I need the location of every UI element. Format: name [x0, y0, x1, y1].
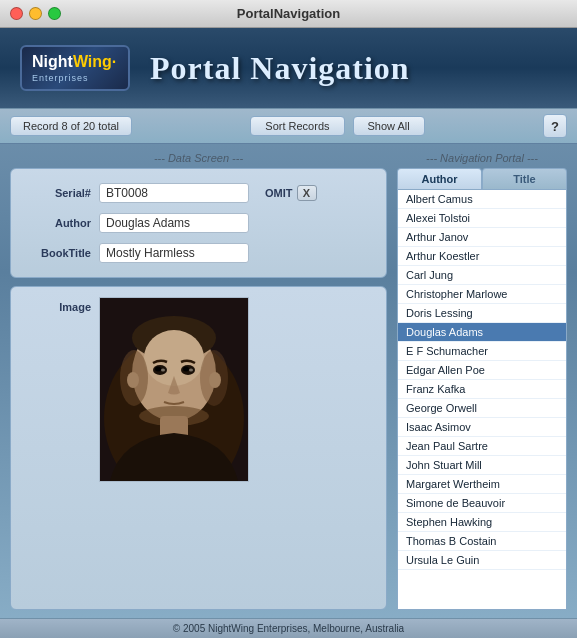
list-item[interactable]: Margaret Wertheim: [398, 475, 566, 494]
data-screen: --- Data Screen --- Serial# OMIT X Autho…: [10, 152, 387, 610]
portrait-image: [100, 298, 248, 481]
toolbar: Record 8 of 20 total Sort Records Show A…: [0, 108, 577, 144]
content-area: --- Data Screen --- Serial# OMIT X Autho…: [0, 144, 577, 618]
svg-point-7: [155, 367, 161, 372]
tab-author[interactable]: Author: [397, 168, 482, 189]
omit-button[interactable]: X: [297, 185, 317, 201]
svg-point-9: [161, 369, 165, 372]
image-section: Image: [10, 286, 387, 610]
author-list: Albert CamusAlexei TolstoiArthur JanovAr…: [398, 190, 566, 570]
nav-portal-label: --- Navigation Portal ---: [397, 152, 567, 164]
booktitle-row: BookTitle: [23, 243, 374, 263]
svg-point-10: [189, 369, 193, 372]
nav-tabs: Author Title: [397, 168, 567, 190]
list-item[interactable]: Isaac Asimov: [398, 418, 566, 437]
image-frame: [99, 297, 249, 482]
svg-point-8: [183, 367, 189, 372]
footer-text: © 2005 NightWing Enterprises, Melbourne,…: [173, 623, 404, 634]
list-item[interactable]: Alexei Tolstoi: [398, 209, 566, 228]
list-item[interactable]: Carl Jung: [398, 266, 566, 285]
serial-label: Serial#: [23, 187, 91, 199]
list-item[interactable]: Jean Paul Sartre: [398, 437, 566, 456]
serial-row: Serial# OMIT X: [23, 183, 374, 203]
list-item[interactable]: George Orwell: [398, 399, 566, 418]
svg-point-15: [127, 372, 139, 388]
author-input[interactable]: [99, 213, 249, 233]
help-button[interactable]: ?: [543, 114, 567, 138]
logo-dot: ·: [112, 53, 116, 71]
minimize-button[interactable]: [29, 7, 42, 20]
author-row: Author: [23, 213, 374, 233]
logo-wing: Wing: [73, 53, 112, 71]
data-screen-label: --- Data Screen ---: [10, 152, 387, 164]
app-title: Portal Navigation: [150, 50, 410, 87]
image-label: Image: [23, 297, 91, 313]
list-item[interactable]: Douglas Adams: [398, 323, 566, 342]
footer: © 2005 NightWing Enterprises, Melbourne,…: [0, 618, 577, 638]
show-all-button[interactable]: Show All: [353, 116, 425, 136]
window-title: PortalNavigation: [237, 6, 340, 21]
list-item[interactable]: Ursula Le Guin: [398, 551, 566, 570]
list-item[interactable]: Albert Camus: [398, 190, 566, 209]
list-item[interactable]: Christopher Marlowe: [398, 285, 566, 304]
list-item[interactable]: Arthur Janov: [398, 228, 566, 247]
logo-enterprises: Enterprises: [32, 73, 89, 83]
record-counter: Record 8 of 20 total: [10, 116, 132, 136]
list-item[interactable]: Thomas B Costain: [398, 532, 566, 551]
nav-list-container[interactable]: Albert CamusAlexei TolstoiArthur JanovAr…: [397, 190, 567, 610]
tab-title[interactable]: Title: [482, 168, 567, 189]
list-item[interactable]: John Stuart Mill: [398, 456, 566, 475]
booktitle-label: BookTitle: [23, 247, 91, 259]
logo-night: Night: [32, 53, 73, 71]
list-item[interactable]: Edgar Allen Poe: [398, 361, 566, 380]
main-window: NightWing· Enterprises Portal Navigation…: [0, 28, 577, 638]
sort-records-button[interactable]: Sort Records: [250, 116, 344, 136]
list-item[interactable]: Doris Lessing: [398, 304, 566, 323]
nav-portal: --- Navigation Portal --- Author Title A…: [397, 152, 567, 610]
window-controls[interactable]: [10, 7, 61, 20]
svg-point-16: [209, 372, 221, 388]
serial-input[interactable]: [99, 183, 249, 203]
list-item[interactable]: Franz Kafka: [398, 380, 566, 399]
title-bar: PortalNavigation: [0, 0, 577, 28]
author-label: Author: [23, 217, 91, 229]
data-form: Serial# OMIT X Author BookTitle: [10, 168, 387, 278]
list-item[interactable]: Simone de Beauvoir: [398, 494, 566, 513]
list-item[interactable]: E F Schumacher: [398, 342, 566, 361]
omit-label: OMIT: [265, 187, 293, 199]
header: NightWing· Enterprises Portal Navigation: [0, 28, 577, 108]
logo: NightWing· Enterprises: [20, 45, 130, 91]
list-item[interactable]: Arthur Koestler: [398, 247, 566, 266]
close-button[interactable]: [10, 7, 23, 20]
booktitle-input[interactable]: [99, 243, 249, 263]
maximize-button[interactable]: [48, 7, 61, 20]
list-item[interactable]: Stephen Hawking: [398, 513, 566, 532]
